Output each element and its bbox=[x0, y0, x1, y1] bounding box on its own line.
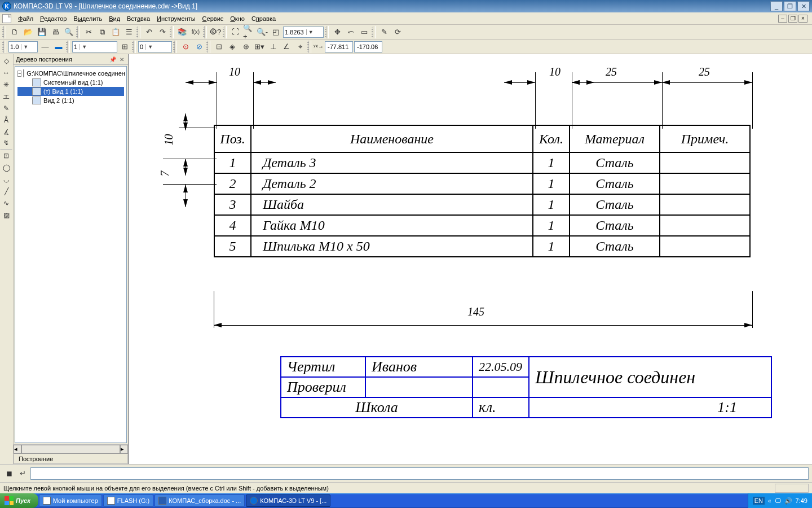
snap-end-button[interactable]: ⊡ bbox=[213, 41, 225, 53]
start-button[interactable]: Пуск bbox=[0, 493, 38, 508]
color-button[interactable]: ▬ bbox=[52, 41, 65, 53]
redraw-button[interactable]: ✎ bbox=[378, 26, 390, 38]
line-tool[interactable]: ╱ bbox=[0, 186, 12, 197]
cut-button[interactable]: ✂ bbox=[82, 26, 95, 38]
snap-mid-button[interactable]: ◈ bbox=[226, 41, 239, 53]
magnet-off-button[interactable]: ⊘ bbox=[193, 41, 205, 53]
snap-grid-button[interactable]: ⊞▾ bbox=[253, 41, 266, 53]
menu-window[interactable]: Окно bbox=[227, 14, 248, 23]
tray-icon-1[interactable]: 🖵 bbox=[775, 497, 781, 504]
help-arrow-button[interactable]: ⭗? bbox=[209, 26, 222, 38]
menu-insert[interactable]: Вставка bbox=[123, 14, 153, 23]
minimize-button[interactable]: _ bbox=[770, 1, 783, 11]
taskbar-item-kompas[interactable]: КОМПАС-3D LT V9 - [... bbox=[246, 494, 330, 507]
tree-pin-button[interactable]: 📌 bbox=[109, 55, 117, 63]
text-tool[interactable]: エ bbox=[0, 91, 12, 102]
geometry-tool[interactable]: ◇ bbox=[0, 55, 12, 67]
param-tool[interactable]: Å bbox=[0, 115, 12, 126]
save-button[interactable]: 💾 bbox=[36, 26, 48, 38]
refresh-button[interactable]: ⟳ bbox=[391, 26, 404, 38]
layer-mgr-button[interactable]: ⊞ bbox=[118, 41, 131, 53]
restore-button[interactable]: ❐ bbox=[784, 1, 796, 11]
point-tool[interactable]: ⊡ bbox=[0, 150, 12, 161]
window-title: КОМПАС-3D LT V9 - [Шпилечное соединение.… bbox=[14, 2, 197, 10]
variables-button[interactable]: f(x) bbox=[189, 26, 202, 38]
menu-file[interactable]: Файл bbox=[15, 14, 37, 23]
new-button[interactable]: 🗋 bbox=[8, 26, 21, 38]
hatch-tool[interactable]: ▨ bbox=[0, 209, 12, 221]
snap-center-button[interactable]: ⊕ bbox=[240, 41, 252, 53]
prop-stop-button[interactable]: ◼ bbox=[3, 468, 15, 479]
snap-ortho-button[interactable]: ⊥ bbox=[267, 41, 279, 53]
menu-tools[interactable]: Инструменты bbox=[153, 14, 199, 23]
open-button[interactable]: 📂 bbox=[22, 26, 34, 38]
tree-node-view2[interactable]: Вид 2 (1:1) bbox=[17, 96, 124, 105]
menu-edit[interactable]: Редактор bbox=[37, 14, 70, 23]
system-tray: EN « 🖵 🔊 7:49 bbox=[748, 493, 812, 508]
tree-node-view1[interactable]: (т) Вид 1 (1:1) bbox=[17, 87, 124, 96]
tray-clock[interactable]: 7:49 bbox=[796, 497, 807, 504]
tree-root[interactable]: −G:\КОМПАС\Шпилечное соединен bbox=[17, 69, 124, 78]
properties-toolbar: 1.0▼ — ▬ 1▼ ⊞ 0▼ ⊙ ⊘ ⊡ ◈ ⊕ ⊞▾ ⊥ ∠ ⌖ ʸᵡ→ … bbox=[0, 40, 812, 54]
zoom-in-button[interactable]: 🔍+ bbox=[242, 26, 255, 38]
prop-apply-button[interactable]: ↵ bbox=[17, 468, 28, 479]
tree-body[interactable]: −G:\КОМПАС\Шпилечное соединен Системный … bbox=[15, 66, 127, 443]
dimension-tool[interactable]: ↔ bbox=[0, 67, 12, 78]
pan-button[interactable]: ✥ bbox=[331, 26, 343, 38]
tray-icon-2[interactable]: 🔊 bbox=[784, 497, 792, 505]
tree-scrollbar[interactable] bbox=[21, 445, 120, 454]
tray-lang[interactable]: EN bbox=[753, 497, 765, 505]
zoom-out-button[interactable]: 🔍- bbox=[256, 26, 268, 38]
symbol-tool[interactable]: ✳ bbox=[0, 79, 12, 90]
snap-local-button[interactable]: ⌖ bbox=[294, 41, 306, 53]
menu-help[interactable]: Справка bbox=[248, 14, 279, 23]
zoom-prev-button[interactable]: ⤺ bbox=[345, 26, 357, 38]
state-combo[interactable]: 0▼ bbox=[138, 41, 172, 52]
hdr-name: Наименование bbox=[251, 125, 533, 152]
mdi-minimize-button[interactable]: – bbox=[778, 15, 787, 23]
redo-button[interactable]: ↷ bbox=[156, 26, 169, 38]
taskbar-item-mycomputer[interactable]: Мой компьютер bbox=[39, 494, 102, 507]
tree-scroll-right[interactable]: ▸ bbox=[120, 445, 128, 454]
edit-tool[interactable]: ✎ bbox=[0, 103, 12, 114]
title-bar: K КОМПАС-3D LT V9 - [Шпилечное соединени… bbox=[0, 0, 812, 12]
close-button[interactable]: ✕ bbox=[797, 1, 810, 11]
copy-button[interactable]: ⧉ bbox=[96, 26, 108, 38]
menu-service[interactable]: Сервис bbox=[199, 14, 227, 23]
command-input[interactable] bbox=[30, 467, 809, 480]
taskbar-item-flash[interactable]: FLASH (G:) bbox=[103, 494, 153, 507]
measure-tool[interactable]: ∡ bbox=[0, 126, 12, 138]
zoom-window-button[interactable]: ◰ bbox=[270, 26, 282, 38]
circle-tool[interactable]: ◯ bbox=[0, 162, 12, 173]
zoom-combo[interactable]: 1.8263▼ bbox=[283, 27, 324, 38]
snap-angle-button[interactable]: ∠ bbox=[280, 41, 293, 53]
drawing-canvas[interactable]: 10 10 25 25 10 7 bbox=[129, 54, 812, 464]
mdi-restore-button[interactable]: ❐ bbox=[788, 15, 797, 23]
magnet-on-button[interactable]: ⊙ bbox=[179, 41, 192, 53]
arc-tool[interactable]: ◡ bbox=[0, 174, 12, 185]
print-button[interactable]: 🖶 bbox=[49, 26, 61, 38]
select-tool[interactable]: ↯ bbox=[0, 138, 12, 150]
menu-view[interactable]: Вид bbox=[105, 14, 123, 23]
properties-button[interactable]: ☰ bbox=[123, 26, 135, 38]
library-button[interactable]: 📚 bbox=[176, 26, 188, 38]
tree-tab-build[interactable]: Построение bbox=[14, 454, 128, 464]
paste-button[interactable]: 📋 bbox=[109, 26, 122, 38]
linestyle-button[interactable]: — bbox=[39, 41, 51, 53]
preview-button[interactable]: 🔍 bbox=[63, 26, 75, 38]
linewidth-combo[interactable]: 1.0▼ bbox=[8, 41, 38, 52]
tray-expand-icon[interactable]: « bbox=[768, 498, 771, 504]
menu-select[interactable]: Выделить bbox=[70, 14, 105, 23]
tree-node-sysview[interactable]: Системный вид (1:1) bbox=[17, 78, 124, 87]
zoom-all-button[interactable]: ▭ bbox=[358, 26, 370, 38]
tree-scroll-left[interactable]: ◂ bbox=[14, 445, 21, 454]
taskbar-item-word[interactable]: КОМПАС_сборка.doc - ... bbox=[155, 494, 245, 507]
mdi-close-button[interactable]: × bbox=[798, 15, 807, 23]
undo-button[interactable]: ↶ bbox=[143, 26, 155, 38]
zoom-fit-button[interactable]: ⛶ bbox=[229, 26, 241, 38]
coord-y-field[interactable]: -170.06 bbox=[354, 41, 382, 52]
tree-close-button[interactable]: ✕ bbox=[118, 55, 126, 63]
spline-tool[interactable]: ∿ bbox=[0, 198, 12, 209]
coord-x-field[interactable]: -77.811 bbox=[325, 41, 353, 52]
layer-combo[interactable]: 1▼ bbox=[72, 41, 117, 52]
